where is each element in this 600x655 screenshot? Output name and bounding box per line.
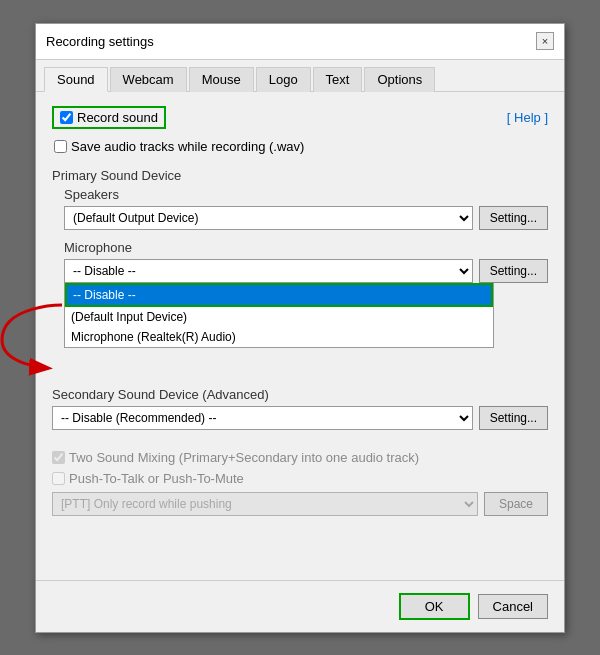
secondary-sound-label: Secondary Sound Device (Advanced) — [52, 387, 548, 402]
top-row: Record sound [ Help ] — [52, 106, 548, 129]
save-audio-row: Save audio tracks while recording (.wav) — [52, 139, 548, 154]
tab-content: Record sound [ Help ] Save audio tracks … — [36, 92, 564, 580]
record-sound-label: Record sound — [77, 110, 158, 125]
ok-button[interactable]: OK — [399, 593, 470, 620]
dropdown-item-default-input[interactable]: (Default Input Device) — [65, 307, 493, 327]
ptt-select[interactable]: [PTT] Only record while pushing — [52, 492, 478, 516]
record-sound-box: Record sound — [52, 106, 166, 129]
title-bar: Recording settings × — [36, 24, 564, 60]
primary-sound-label: Primary Sound Device — [52, 168, 548, 183]
tab-options[interactable]: Options — [364, 67, 435, 92]
recording-settings-dialog: Recording settings × Sound Webcam Mouse … — [35, 23, 565, 633]
microphone-dropdown: -- Disable -- (Default Input Device) Mic… — [64, 283, 494, 348]
microphone-wrapper: -- Disable -- Setting... -- Disable -- (… — [64, 259, 548, 283]
speakers-select[interactable]: (Default Output Device) — [64, 206, 473, 230]
tab-bar: Sound Webcam Mouse Logo Text Options — [36, 60, 564, 92]
two-sound-mixing-label: Two Sound Mixing (Primary+Secondary into… — [69, 450, 419, 465]
primary-sound-block: Primary Sound Device Speakers (Default O… — [52, 164, 548, 283]
tab-text[interactable]: Text — [313, 67, 363, 92]
speakers-section: Speakers (Default Output Device) Setting… — [52, 187, 548, 230]
speakers-setting-button[interactable]: Setting... — [479, 206, 548, 230]
dialog-footer: OK Cancel — [36, 580, 564, 632]
two-sound-mixing-row: Two Sound Mixing (Primary+Secondary into… — [52, 450, 548, 465]
help-link[interactable]: [ Help ] — [507, 110, 548, 125]
ptt-select-row: [PTT] Only record while pushing Space — [52, 492, 548, 516]
arrow-icon — [0, 300, 72, 380]
bottom-checkboxes: Two Sound Mixing (Primary+Secondary into… — [52, 450, 548, 516]
save-audio-checkbox[interactable] — [54, 140, 67, 153]
tab-sound[interactable]: Sound — [44, 67, 108, 92]
push-to-talk-checkbox[interactable] — [52, 472, 65, 485]
record-sound-checkbox[interactable] — [60, 111, 73, 124]
microphone-section: Microphone -- Disable -- — [52, 240, 548, 283]
tab-mouse[interactable]: Mouse — [189, 67, 254, 92]
secondary-sound-section: Secondary Sound Device (Advanced) -- Dis… — [52, 383, 548, 430]
dialog-title: Recording settings — [46, 34, 154, 49]
microphone-label: Microphone — [64, 240, 548, 255]
microphone-setting-button[interactable]: Setting... — [479, 259, 548, 283]
push-to-talk-label: Push-To-Talk or Push-To-Mute — [69, 471, 244, 486]
speakers-label: Speakers — [64, 187, 548, 202]
dropdown-item-disable[interactable]: -- Disable -- — [65, 283, 493, 307]
save-audio-label: Save audio tracks while recording (.wav) — [71, 139, 304, 154]
speakers-row: (Default Output Device) Setting... — [64, 206, 548, 230]
secondary-setting-button[interactable]: Setting... — [479, 406, 548, 430]
microphone-row: -- Disable -- Setting... — [64, 259, 548, 283]
close-button[interactable]: × — [536, 32, 554, 50]
cancel-button[interactable]: Cancel — [478, 594, 548, 619]
microphone-select[interactable]: -- Disable -- — [64, 259, 473, 283]
secondary-row: -- Disable (Recommended) -- Setting... — [52, 406, 548, 430]
push-to-talk-row: Push-To-Talk or Push-To-Mute — [52, 471, 548, 486]
ptt-space-value: Space — [484, 492, 548, 516]
dropdown-item-realtek[interactable]: Microphone (Realtek(R) Audio) — [65, 327, 493, 347]
secondary-select[interactable]: -- Disable (Recommended) -- — [52, 406, 473, 430]
two-sound-mixing-checkbox[interactable] — [52, 451, 65, 464]
tab-logo[interactable]: Logo — [256, 67, 311, 92]
tab-webcam[interactable]: Webcam — [110, 67, 187, 92]
